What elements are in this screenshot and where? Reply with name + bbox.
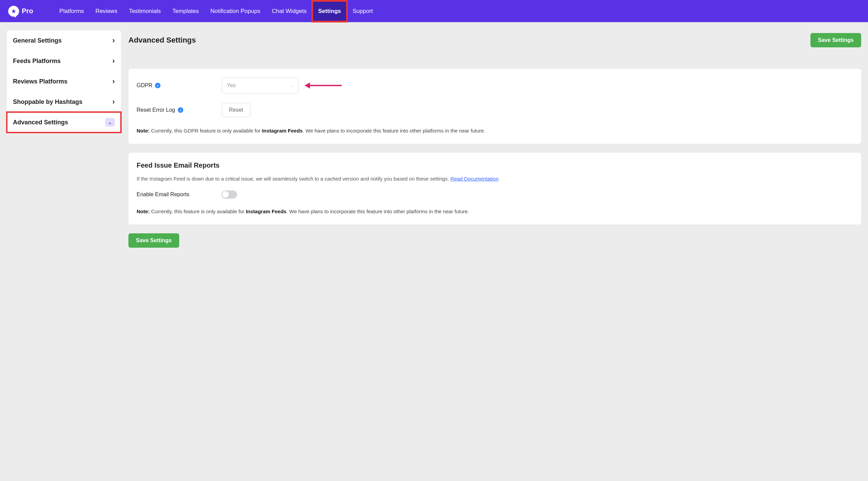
chevron-right-icon (112, 97, 115, 106)
sidebar-item-label: Feeds Platforms (13, 58, 61, 65)
nav-chat-widgets[interactable]: Chat Widgets (266, 1, 312, 21)
nav-platforms[interactable]: Platforms (53, 1, 90, 21)
gdpr-select[interactable]: Yes ⌄ (222, 78, 298, 93)
sidebar-item-reviews-platforms[interactable]: Reviews Platforms (7, 71, 121, 92)
nav-support[interactable]: Support (347, 1, 379, 21)
note-text: Currently, this GDPR feature is only ava… (150, 128, 262, 134)
nav-settings[interactable]: Settings (312, 1, 347, 21)
sidebar-item-general[interactable]: General Settings (7, 30, 121, 51)
annotation-arrow (305, 82, 342, 89)
chevron-right-icon (112, 77, 115, 86)
sidebar-item-advanced[interactable]: Advanced Settings ⌄ (7, 112, 121, 133)
save-settings-button-top[interactable]: Save Settings (810, 33, 861, 47)
save-settings-button-bottom[interactable]: Save Settings (128, 233, 179, 248)
note-prefix: Note: (137, 208, 150, 214)
gdpr-row: GDPR i Yes ⌄ (137, 78, 853, 93)
enable-email-label: Enable Email Reports (137, 191, 189, 198)
email-note: Note: Currently, this feature is only av… (137, 207, 853, 216)
enable-email-toggle[interactable] (221, 190, 237, 199)
sidebar-item-label: Reviews Platforms (13, 78, 67, 85)
sidebar-item-label: Shoppable by Hashtags (13, 98, 82, 106)
nav-notification-popups[interactable]: Notification Popups (204, 1, 266, 21)
note-bold: Instagram Feeds (262, 128, 303, 134)
reset-label: Reset Error Log i (137, 107, 222, 113)
sidebar-item-feeds-platforms[interactable]: Feeds Platforms (7, 51, 121, 71)
brand-logo[interactable]: Pro (8, 6, 33, 17)
email-reports-desc: If the Instagram Feed is down due to a c… (137, 175, 853, 183)
nav-testimonials[interactable]: Testimonials (123, 1, 167, 21)
brand-name: Pro (22, 7, 33, 15)
gdpr-card: GDPR i Yes ⌄ Reset Error Log i Reset (128, 69, 861, 144)
info-icon[interactable]: i (155, 83, 160, 88)
nav-templates[interactable]: Templates (167, 1, 204, 21)
page-body: General Settings Feeds Platforms Reviews… (0, 22, 868, 256)
sidebar-item-shoppable[interactable]: Shoppable by Hashtags (7, 92, 121, 112)
note-text: Currently, this feature is only availabl… (150, 208, 246, 214)
gdpr-select-value: Yes (227, 82, 236, 89)
enable-email-row: Enable Email Reports (137, 190, 853, 199)
chevron-right-icon (112, 57, 115, 65)
email-reports-heading: Feed Issue Email Reports (137, 161, 853, 169)
info-icon[interactable]: i (178, 107, 183, 113)
logo-star-icon (8, 6, 19, 17)
page-title: Advanced Settings (128, 36, 196, 45)
gdpr-label-text: GDPR (137, 82, 152, 89)
email-reports-card: Feed Issue Email Reports If the Instagra… (128, 153, 861, 224)
chevron-down-icon: ⌄ (290, 83, 293, 88)
gdpr-label: GDPR i (137, 82, 222, 89)
toggle-knob (222, 191, 229, 198)
reset-label-text: Reset Error Log (137, 107, 175, 113)
sidebar-item-label: General Settings (13, 37, 62, 44)
settings-sidebar: General Settings Feeds Platforms Reviews… (7, 30, 121, 133)
note-text: . We have plans to incorporate this feat… (303, 128, 485, 134)
content-header: Advanced Settings Save Settings (128, 30, 861, 59)
sidebar-item-label: Advanced Settings (13, 119, 68, 126)
topbar: Pro Platforms Reviews Testimonials Templ… (0, 0, 868, 22)
nav-reviews[interactable]: Reviews (90, 1, 123, 21)
note-text: . We have plans to incorporate this feat… (286, 208, 469, 214)
chevron-down-icon: ⌄ (105, 118, 115, 127)
reset-button[interactable]: Reset (222, 103, 250, 117)
note-bold: Instagram Feeds (246, 208, 286, 214)
top-nav: Platforms Reviews Testimonials Templates… (53, 1, 378, 21)
content-area: Advanced Settings Save Settings GDPR i Y… (128, 30, 861, 248)
reset-row: Reset Error Log i Reset (137, 103, 853, 117)
gdpr-note: Note: Currently, this GDPR feature is on… (137, 127, 853, 135)
note-prefix: Note: (137, 128, 150, 134)
footer-save-wrap: Save Settings (128, 233, 861, 248)
read-documentation-link[interactable]: Read Documentation (450, 176, 498, 182)
desc-text: If the Instagram Feed is down due to a c… (137, 176, 450, 182)
chevron-right-icon (112, 36, 115, 45)
